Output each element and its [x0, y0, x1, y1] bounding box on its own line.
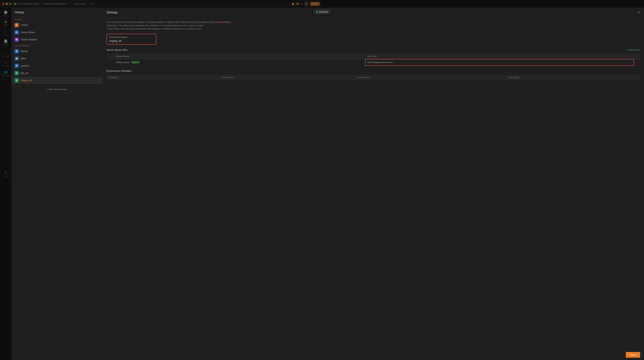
vars-section-title: Environment Variables [106, 69, 322, 72]
table-row [106, 80, 322, 86]
stagingdb-label: staging_db [21, 79, 32, 82]
env-panel-title: Settings [12, 8, 102, 17]
env-item-global-param[interactable]: G Global Param [12, 29, 102, 36]
default-badge: Default [131, 61, 140, 63]
documentation-link[interactable]: Documentation [216, 21, 230, 23]
env-item-default[interactable]: D Default [12, 48, 102, 55]
initial-val-cell[interactable] [220, 80, 322, 86]
cookie-icon: C [14, 23, 19, 27]
env-item-global-variables[interactable]: M Global Variables [12, 36, 102, 43]
server-table: Server Name Base URL ⋮⋮ default_server D… [106, 54, 322, 66]
server-section-header: Server (Base URL) ⊕ Add Server [106, 48, 322, 51]
global-variables-icon: M [14, 37, 19, 42]
initial-val-col-header: Initial Value [220, 75, 322, 80]
drag-handle: ⋮⋮ [106, 59, 114, 65]
toast-label: Success [319, 10, 322, 13]
env-item-petstore[interactable]: P petstore [12, 62, 102, 69]
table-row: ⋮⋮ default_server Default http://staging… [106, 59, 322, 65]
vars-col-header: Variables [106, 75, 220, 80]
desc-line3: Current Value: The new value defined whe… [106, 27, 202, 30]
desc-line1: You can reference environment variables … [106, 21, 216, 23]
global-variables-label: Global Variables [21, 38, 38, 41]
mock-env-icon: M [14, 56, 19, 61]
petstore-env-icon: P [14, 64, 19, 68]
desc-line2: Initial Value: The default value used wh… [106, 24, 204, 27]
settings-modal: Settings ✕ You can reference environment… [102, 8, 322, 180]
env-item-testdb[interactable]: T test_db [12, 69, 102, 77]
petstore-label: petstore [21, 64, 29, 67]
success-toast: Success [313, 9, 322, 14]
settings-description: You can reference environment variables … [106, 20, 322, 31]
var-name-cell[interactable] [106, 80, 220, 86]
server-name-header [106, 54, 114, 59]
environment-section-label: Environment [12, 43, 102, 48]
env-name-section: Environment Name staging_db [106, 34, 156, 45]
default-env-icon: D [14, 49, 19, 53]
server-section-title: Server (Base URL) [106, 48, 128, 51]
server-name-cell: default_server Default [114, 59, 322, 65]
stagingdb-env-icon: S [14, 78, 19, 82]
env-name-label: Environment Name [109, 36, 154, 38]
server-name-value: default_server [116, 61, 130, 63]
settings-header: Settings ✕ [103, 8, 322, 17]
testdb-label: test_db [21, 72, 28, 74]
env-name-value: staging_db [109, 39, 154, 42]
global-section-label: Global [12, 17, 102, 21]
vars-table: Variables Initial Value Current Value De… [106, 75, 322, 86]
testdb-env-icon: T [14, 71, 19, 75]
env-item-mock[interactable]: M Mock [12, 55, 102, 62]
default-label: Default [21, 50, 28, 53]
env-panel: Settings Global C Cookie G Global Param … [12, 8, 102, 180]
server-name-col-header: Server Name [114, 54, 322, 59]
settings-title: Settings [106, 11, 118, 14]
new-environment-button[interactable]: + New Environment [14, 86, 99, 92]
env-item-cookie[interactable]: C Cookie [12, 21, 102, 29]
env-item-stagingdb[interactable]: S staging_db [12, 77, 102, 84]
success-dot [316, 11, 318, 13]
settings-body: You can reference environment variables … [103, 17, 322, 180]
global-param-icon: G [14, 30, 19, 34]
global-param-label: Global Param [21, 31, 35, 34]
cookie-label: Cookie [21, 24, 28, 26]
mock-label: Mock [21, 57, 26, 60]
